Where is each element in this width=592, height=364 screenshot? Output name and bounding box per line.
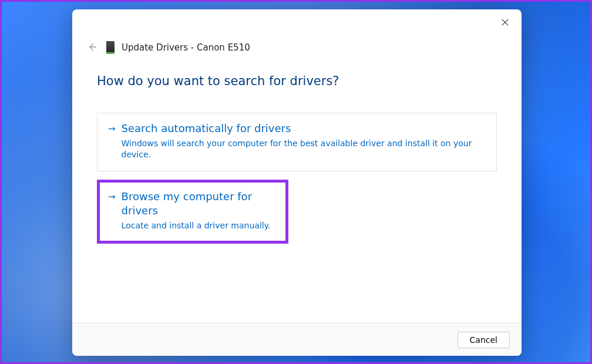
arrow-right-icon: → <box>108 190 116 231</box>
dialog-heading: How do you want to search for drivers? <box>72 54 522 88</box>
close-icon <box>501 18 509 26</box>
back-arrow-icon <box>88 42 97 52</box>
options-list: → Search automatically for drivers Windo… <box>72 88 522 244</box>
update-drivers-dialog: Update Drivers - Canon E510 How do you w… <box>72 9 522 356</box>
option-description: Windows will search your computer for th… <box>122 138 486 160</box>
option-browse-computer[interactable]: → Browse my computer for drivers Locate … <box>97 180 288 244</box>
arrow-right-icon: → <box>108 122 116 160</box>
back-button[interactable] <box>88 42 98 53</box>
cancel-button[interactable]: Cancel <box>458 332 510 348</box>
option-content: Browse my computer for drivers Locate an… <box>122 190 277 231</box>
option-title: Browse my computer for drivers <box>122 190 277 218</box>
option-description: Locate and install a driver manually. <box>122 220 277 231</box>
dialog-footer: Cancel <box>72 323 522 356</box>
close-button[interactable] <box>498 15 512 29</box>
option-content: Search automatically for drivers Windows… <box>122 122 486 160</box>
dialog-title: Update Drivers - Canon E510 <box>122 42 250 53</box>
option-title: Search automatically for drivers <box>122 122 486 136</box>
device-icon <box>106 41 115 54</box>
title-bar: Update Drivers - Canon E510 <box>72 9 522 54</box>
option-search-automatically[interactable]: → Search automatically for drivers Windo… <box>97 113 497 171</box>
